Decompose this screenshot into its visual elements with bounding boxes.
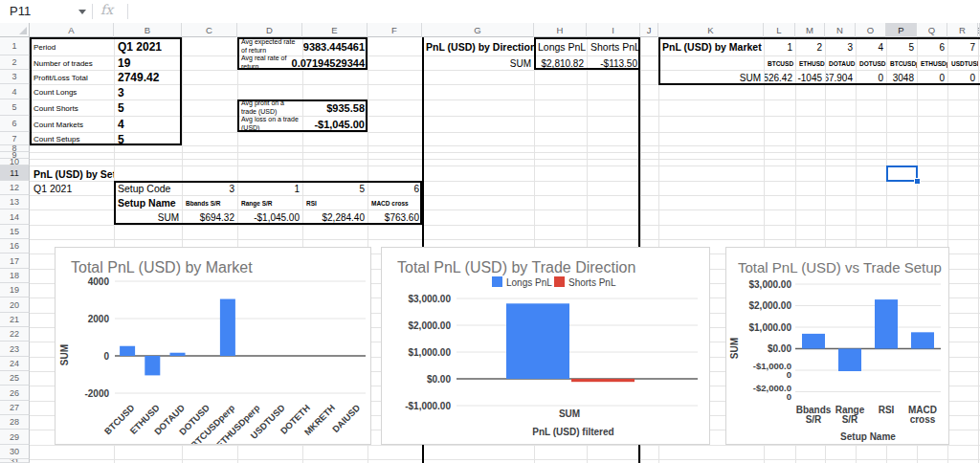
row-header-15[interactable]: 15: [0, 225, 30, 239]
cell-A3[interactable]: Profit/Loss Total: [31, 70, 114, 85]
cell-D5[interactable]: Avg profit on a trade (USD): [238, 99, 302, 117]
cell-F13[interactable]: MACD cross: [368, 195, 422, 210]
row-header-16[interactable]: 16: [0, 239, 30, 254]
cell-A11[interactable]: PnL (USD) by Setup: [31, 165, 114, 182]
cell-R2[interactable]: USDTUSD: [948, 55, 978, 71]
cell-F14[interactable]: $763.60: [368, 209, 422, 226]
cell-D12[interactable]: 1: [238, 181, 302, 196]
cell-A12[interactable]: Q1 2021: [31, 181, 114, 196]
cell-A1[interactable]: Period: [31, 37, 114, 56]
cell-H1[interactable]: Longs PnL: [535, 37, 587, 56]
column-header-Q[interactable]: Q: [917, 23, 947, 37]
cell-B14[interactable]: SUM: [115, 209, 182, 226]
cell-O1[interactable]: 4: [857, 37, 886, 56]
cell-A5[interactable]: Count Shorts: [31, 99, 114, 117]
cell-B2[interactable]: 19: [115, 55, 182, 71]
cell-H2[interactable]: $2,810.82: [535, 55, 587, 71]
row-header-31[interactable]: 31: [0, 459, 30, 463]
cell-C14[interactable]: $694.32: [183, 209, 237, 226]
cell-E14[interactable]: $2,284.40: [303, 209, 368, 226]
cell-Q3[interactable]: 0: [918, 70, 947, 85]
cell-B4[interactable]: 3: [115, 84, 182, 100]
column-header-O[interactable]: O: [856, 23, 886, 37]
cell-B5[interactable]: 5: [115, 99, 182, 117]
cell-A7[interactable]: Count Setups: [31, 132, 114, 146]
column-header-K[interactable]: K: [658, 23, 764, 37]
row-header-29[interactable]: 29: [0, 430, 30, 445]
cell-D14[interactable]: -$1,045.00: [238, 209, 302, 226]
cell-G1[interactable]: PnL (USD) by Direction: [423, 37, 534, 56]
cell-K3[interactable]: SUM: [659, 70, 764, 85]
cell-C13[interactable]: Bbands S/R: [183, 195, 237, 210]
column-header-E[interactable]: E: [302, 23, 368, 37]
cell-D13[interactable]: Range S/R: [238, 195, 302, 210]
cell-R1[interactable]: 7: [948, 37, 978, 56]
row-header-14[interactable]: 14: [0, 209, 30, 225]
chart-total-pnl-by-trade-direction[interactable]: Total PnL (USD) by Trade DirectionLongs …: [381, 247, 710, 445]
cell-B6[interactable]: 4: [115, 116, 182, 133]
cell-E12[interactable]: 5: [303, 181, 368, 196]
row-header-6[interactable]: 6: [0, 116, 30, 132]
cell-O2[interactable]: DOTUSD: [857, 55, 886, 71]
cell-D1[interactable]: Avg expected rate of return: [238, 37, 302, 56]
column-header-P[interactable]: P: [886, 23, 917, 37]
cell-A2[interactable]: Number of trades: [31, 55, 114, 71]
cell-M3[interactable]: -1045: [796, 70, 825, 85]
cell-L2[interactable]: BTCUSD: [765, 55, 795, 71]
row-header-13[interactable]: 13: [0, 195, 30, 209]
cell-N2[interactable]: DOTAUD: [826, 55, 856, 71]
column-header-A[interactable]: A: [30, 23, 114, 37]
cell-L1[interactable]: 1: [765, 37, 795, 56]
row-header-22[interactable]: 22: [0, 327, 30, 342]
cell-Q2[interactable]: ETHUSDperp: [918, 55, 947, 71]
row-header-18[interactable]: 18: [0, 269, 30, 283]
cell-D6[interactable]: Avg loss on a trade (USD): [238, 116, 302, 133]
row-header-7[interactable]: 7: [0, 132, 30, 145]
row-header-23[interactable]: 23: [0, 342, 30, 357]
column-header-F[interactable]: F: [368, 23, 422, 37]
cell-E13[interactable]: RSI: [303, 195, 368, 210]
column-header-H[interactable]: H: [534, 23, 587, 37]
cell-N3[interactable]: 167.904: [826, 70, 856, 85]
column-header-B[interactable]: B: [114, 23, 182, 37]
row-header-5[interactable]: 5: [0, 99, 30, 116]
cell-B3[interactable]: 2749.42: [115, 70, 182, 85]
row-header-8[interactable]: 8: [0, 145, 30, 152]
cell-L3[interactable]: 526.42: [765, 70, 795, 85]
cell-C12[interactable]: 3: [183, 181, 237, 196]
column-header-I[interactable]: I: [587, 23, 640, 37]
cell-E1[interactable]: 9383.445461: [303, 37, 368, 56]
row-header-10[interactable]: 10: [0, 159, 30, 165]
cell-E2[interactable]: 0.07194529344: [303, 55, 368, 71]
cell-R3[interactable]: 0: [948, 70, 978, 85]
fill-handle[interactable]: [914, 178, 921, 185]
column-header-D[interactable]: D: [237, 23, 302, 37]
cell-B12[interactable]: Setup Code: [115, 181, 182, 196]
cell-I2[interactable]: -$113.50: [588, 55, 640, 71]
column-header-G[interactable]: G: [422, 23, 534, 37]
cell-B7[interactable]: 5: [115, 132, 182, 146]
row-header-11[interactable]: 11: [0, 165, 30, 181]
column-header-N[interactable]: N: [825, 23, 856, 37]
column-header-L[interactable]: L: [764, 23, 795, 37]
row-header-26[interactable]: 26: [0, 386, 30, 401]
cell-N1[interactable]: 3: [826, 37, 856, 56]
cell-G2[interactable]: SUM: [423, 55, 534, 71]
row-header-30[interactable]: 30: [0, 445, 30, 459]
row-header-21[interactable]: 21: [0, 313, 30, 327]
cell-Q1[interactable]: 6: [918, 37, 947, 56]
column-header-M[interactable]: M: [795, 23, 825, 37]
cell-K1[interactable]: PnL (USD) by Market: [659, 37, 764, 56]
row-header-24[interactable]: 24: [0, 357, 30, 371]
chart-total-pnl-by-market[interactable]: Total PnL (USD) by Market400020000-2000B…: [55, 247, 371, 445]
name-box[interactable]: P11: [10, 4, 31, 18]
select-all-corner[interactable]: [0, 23, 30, 37]
row-header-1[interactable]: 1: [0, 37, 30, 55]
column-header-C[interactable]: C: [182, 23, 237, 37]
column-header-R[interactable]: R: [947, 23, 978, 37]
cell-M2[interactable]: ETHUSD: [796, 55, 825, 71]
cell-P3[interactable]: 3048: [887, 70, 917, 85]
cell-M1[interactable]: 2: [796, 37, 825, 56]
row-header-27[interactable]: 27: [0, 401, 30, 415]
name-box-dropdown-icon[interactable]: [78, 10, 86, 14]
